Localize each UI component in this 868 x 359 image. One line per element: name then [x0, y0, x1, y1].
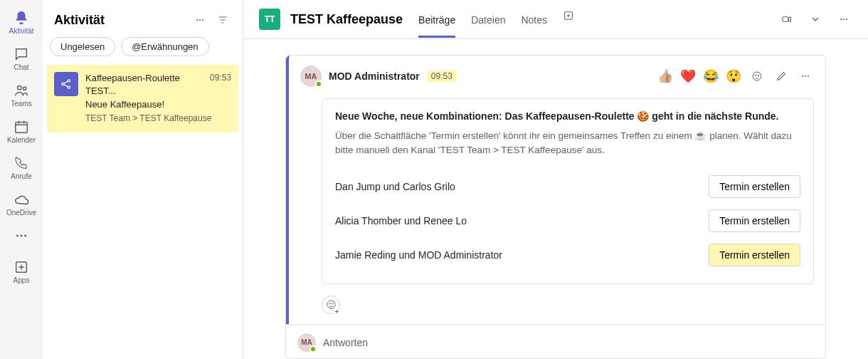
post-time: 09:53	[427, 71, 457, 82]
svg-point-20	[758, 75, 758, 76]
bell-icon	[14, 10, 29, 26]
svg-point-4	[21, 235, 23, 237]
rail-activity[interactable]: Aktivität	[0, 4, 43, 41]
emoji-add-icon	[751, 71, 763, 82]
reply-placeholder: Antworten	[323, 337, 368, 348]
rail-label: Aktivität	[9, 27, 33, 35]
tab-posts[interactable]: Beiträge	[418, 10, 455, 38]
svg-point-19	[755, 75, 756, 76]
rail-label: Teams	[11, 100, 31, 108]
create-meeting-button[interactable]: Termin erstellen	[709, 244, 800, 266]
rail-onedrive[interactable]: OneDrive	[0, 186, 43, 222]
svg-point-5	[24, 235, 26, 237]
reaction-bar: 👍🏼 ❤️ 😂 😲	[657, 68, 814, 85]
svg-point-9	[202, 19, 203, 21]
activity-item-time: 09:53	[210, 72, 231, 97]
svg-point-12	[68, 86, 70, 88]
teams-icon	[14, 83, 29, 98]
svg-point-24	[327, 301, 334, 308]
rail-label: Anrufe	[11, 172, 31, 180]
tab-notes[interactable]: Notes	[521, 10, 547, 38]
channel-avatar: TT	[259, 9, 280, 30]
pencil-icon	[776, 71, 787, 82]
meet-dropdown[interactable]	[807, 11, 824, 28]
reaction-thumbsup[interactable]: 👍🏼	[657, 68, 673, 84]
svg-point-25	[329, 303, 330, 304]
reaction-surprised[interactable]: 😲	[726, 68, 741, 84]
reply-box[interactable]: MA Antworten	[286, 324, 825, 360]
activity-header: Aktivität	[43, 0, 243, 37]
svg-point-26	[332, 303, 332, 304]
reply-avatar: MA	[297, 333, 316, 352]
post-more-button[interactable]	[797, 68, 814, 85]
svg-point-18	[753, 72, 761, 80]
activity-title: Aktivität	[54, 13, 186, 28]
video-icon	[781, 14, 793, 25]
svg-point-7	[196, 19, 198, 21]
reaction-laugh[interactable]: 😂	[703, 68, 719, 84]
svg-point-0	[18, 86, 22, 90]
svg-point-16	[843, 19, 845, 20]
pair-row: Jamie Reding und MOD Administrator Termi…	[335, 238, 800, 272]
svg-rect-2	[16, 123, 28, 133]
channel-title: TEST Kaffeepause	[290, 12, 403, 27]
tab-add-button[interactable]	[563, 10, 574, 28]
chip-mentions[interactable]: @Erwähnungen	[121, 37, 208, 56]
reaction-add-button[interactable]	[748, 68, 766, 85]
calendar-icon	[14, 119, 29, 135]
svg-point-11	[68, 80, 70, 82]
plus-square-icon	[563, 10, 574, 21]
rail-chat[interactable]: Chat	[0, 41, 43, 77]
chevron-down-icon	[810, 14, 821, 25]
rail-teams[interactable]: Teams	[0, 77, 43, 113]
channel-header: TT TEST Kaffeepause Beiträge Dateien Not…	[243, 0, 868, 39]
card-heading: Neue Woche, neue Kombinationen: Das Kaff…	[335, 110, 800, 122]
meet-button[interactable]	[778, 11, 795, 28]
rail-more[interactable]	[0, 222, 43, 249]
avatar-initials: MA	[301, 338, 312, 346]
activity-filter-button[interactable]	[214, 11, 231, 28]
activity-item-subtitle: Neue Kaffeepause!	[85, 98, 231, 111]
author-avatar: MA	[300, 66, 322, 87]
filter-icon	[217, 14, 228, 26]
chip-unread[interactable]: Ungelesen	[50, 37, 115, 56]
create-meeting-button[interactable]: Termin erstellen	[709, 175, 800, 198]
phone-icon	[14, 155, 29, 171]
activity-more-button[interactable]	[191, 11, 208, 28]
pair-row: Dan Jump und Carlos Grilo Termin erstell…	[335, 170, 800, 204]
rail-label: Kalender	[7, 136, 36, 144]
activity-item-icon	[54, 72, 78, 96]
rail-calendar[interactable]: Kalender	[0, 113, 43, 150]
svg-point-23	[808, 76, 809, 77]
share-icon	[60, 78, 73, 90]
channel-tabs: Beiträge Dateien Notes	[418, 10, 574, 28]
rail-calls[interactable]: Anrufe	[0, 150, 43, 186]
tab-files[interactable]: Dateien	[471, 10, 505, 38]
rail-label: Chat	[14, 63, 28, 71]
channel-more-button[interactable]	[835, 11, 852, 28]
pair-names: Alicia Thomber und Renee Lo	[335, 215, 467, 227]
post-author: MOD Administrator	[329, 71, 420, 82]
activity-pane: Aktivität Ungelesen @Erwähnungen Kaffeep…	[43, 0, 243, 359]
chat-icon	[14, 46, 29, 62]
rail-apps[interactable]: Apps	[0, 254, 43, 290]
post-header: MA MOD Administrator 09:53 👍🏼 ❤️ 😂 😲	[289, 56, 825, 94]
message-feed: MA MOD Administrator 09:53 👍🏼 ❤️ 😂 😲	[243, 39, 868, 359]
activity-item-body: Kaffeepausen-Roulette TEST... 09:53 Neue…	[85, 72, 231, 124]
svg-point-21	[802, 76, 803, 77]
add-reaction-button[interactable]	[322, 296, 340, 314]
reaction-heart[interactable]: ❤️	[680, 68, 696, 84]
presence-available-icon	[315, 80, 322, 88]
svg-point-3	[16, 235, 18, 237]
ellipsis-icon	[800, 71, 811, 82]
card-footer	[289, 296, 825, 324]
svg-point-17	[846, 19, 847, 20]
create-meeting-button[interactable]: Termin erstellen	[709, 209, 800, 232]
activity-item[interactable]: Kaffeepausen-Roulette TEST... 09:53 Neue…	[47, 65, 238, 132]
emoji-icon	[326, 299, 337, 310]
avatar-initials: MA	[305, 72, 317, 80]
rail-label: OneDrive	[6, 209, 36, 217]
activity-item-path: TEST Team > TEST Kaffeepause	[85, 113, 231, 124]
edit-button[interactable]	[773, 68, 790, 85]
ellipsis-icon	[194, 14, 206, 26]
